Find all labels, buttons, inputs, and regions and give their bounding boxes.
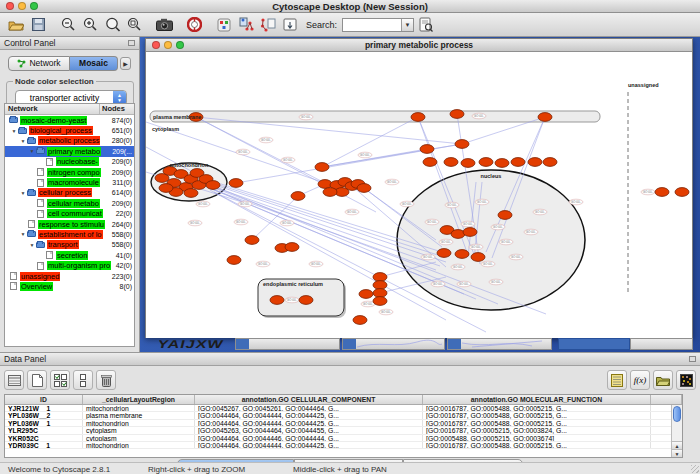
tree-row[interactable]: cell communicat22(0) bbox=[5, 209, 134, 219]
table-cell[interactable]: [GO:0044464, GO:0044444, GO:0044425, G..… bbox=[195, 442, 423, 448]
network-node[interactable] bbox=[463, 228, 477, 237]
resize-grip[interactable] bbox=[691, 465, 699, 473]
zoom-in-icon[interactable] bbox=[80, 15, 100, 35]
background-window-sliver[interactable] bbox=[558, 338, 630, 350]
expander-icon[interactable]: ▼ bbox=[20, 138, 26, 144]
table-cell[interactable]: mitochondrion bbox=[83, 405, 195, 411]
tree-row[interactable]: ▼metabolic process280(0) bbox=[5, 136, 134, 146]
scroll-up-icon[interactable]: ▲ bbox=[672, 441, 682, 449]
network-node[interactable] bbox=[357, 184, 371, 193]
table-cell[interactable]: [GO:0044464, GO:0044446, GO:0044444, G..… bbox=[195, 435, 423, 441]
tree-row[interactable]: macromolecule311(0) bbox=[5, 177, 134, 187]
scroll-down-icon[interactable]: ▼ bbox=[672, 449, 682, 457]
network-node[interactable] bbox=[495, 159, 509, 168]
tree-row-label[interactable]: mosaic-demo-yeast bbox=[20, 116, 87, 125]
table-cell[interactable]: YJR121W__1 bbox=[5, 405, 83, 411]
float-panel-icon[interactable] bbox=[128, 40, 135, 46]
zoom-fit-icon[interactable] bbox=[102, 15, 122, 35]
table-cell[interactable]: [GO:0045263, GO:0044464, GO:0044455, G..… bbox=[195, 427, 423, 433]
network-node[interactable] bbox=[373, 289, 387, 298]
function-builder-icon[interactable]: f(x) bbox=[630, 370, 650, 390]
network-node[interactable] bbox=[528, 158, 542, 167]
table-cell[interactable]: [GO:0016787, GO:0005488, GO:0005215, G..… bbox=[423, 442, 651, 448]
attribute-matrix-icon[interactable] bbox=[676, 370, 696, 390]
tree-col-nodes[interactable]: Nodes bbox=[100, 104, 134, 114]
save-session-icon[interactable] bbox=[28, 15, 48, 35]
table-cell[interactable]: cytoplasm bbox=[83, 427, 195, 433]
unselect-attributes-icon[interactable] bbox=[73, 370, 93, 390]
advanced-search-icon[interactable] bbox=[416, 15, 436, 35]
expander-icon[interactable]: ▼ bbox=[29, 148, 35, 154]
table-cell[interactable]: [GO:0016787, GO:0005488, GO:0005215, G..… bbox=[423, 405, 651, 411]
tree-row-label[interactable]: transport bbox=[47, 240, 79, 249]
tree-row[interactable]: nitrogen compo209(0) bbox=[5, 167, 134, 177]
tree-row-label[interactable]: cell communicat bbox=[47, 209, 103, 218]
tree-row-label[interactable]: unassigned bbox=[20, 272, 60, 281]
new-attribute-icon[interactable] bbox=[27, 370, 47, 390]
network-node[interactable] bbox=[455, 140, 469, 149]
network-node[interactable] bbox=[471, 253, 485, 262]
network-modify-icon[interactable] bbox=[214, 15, 234, 35]
table-cell[interactable]: mitochondrion bbox=[83, 442, 195, 448]
network-node[interactable] bbox=[479, 158, 493, 167]
tree-row[interactable]: ▼primary metabo209(... bbox=[5, 146, 134, 156]
network-node[interactable] bbox=[450, 110, 464, 119]
network-window-titlebar[interactable]: primary metabolic process bbox=[146, 39, 692, 52]
network-node[interactable] bbox=[373, 297, 387, 306]
table-row[interactable]: YLR295Ccytoplasm[GO:0045263, GO:0044464,… bbox=[5, 427, 682, 434]
zoom-region-icon[interactable] bbox=[124, 15, 144, 35]
network-node[interactable] bbox=[420, 145, 434, 154]
table-column-header[interactable]: _cellularLayoutRegion bbox=[83, 395, 195, 404]
network-node[interactable] bbox=[184, 189, 198, 198]
table-column-header[interactable]: ID bbox=[5, 395, 83, 404]
tree-row-label[interactable]: macromolecule bbox=[47, 178, 100, 187]
tree-row-label[interactable]: secretion bbox=[56, 251, 88, 260]
network-node[interactable] bbox=[423, 158, 437, 167]
zoom-out-icon[interactable] bbox=[58, 15, 78, 35]
network-node[interactable] bbox=[270, 296, 284, 305]
network-node[interactable] bbox=[285, 243, 299, 252]
network-node[interactable] bbox=[675, 188, 689, 197]
tab-network[interactable]: Network bbox=[8, 56, 70, 71]
table-cell[interactable]: [GO:0016787, GO:0005488, GO:0005215, G..… bbox=[423, 412, 651, 418]
delete-attribute-icon[interactable] bbox=[96, 370, 116, 390]
background-window-sliver[interactable] bbox=[447, 338, 552, 350]
annotate-edges-icon[interactable] bbox=[258, 15, 278, 35]
table-cell[interactable]: [GO:0045267, GO:0045261, GO:0044464, G..… bbox=[195, 405, 423, 411]
network-node[interactable] bbox=[437, 249, 451, 258]
open-session-icon[interactable] bbox=[6, 15, 26, 35]
expander-icon[interactable]: ▼ bbox=[20, 190, 26, 196]
table-cell[interactable]: YDR039C__1 bbox=[5, 442, 83, 448]
table-cell[interactable]: YPL036W__2 bbox=[5, 412, 83, 418]
tree-row-label[interactable]: metabolic process bbox=[38, 136, 100, 145]
tree-row-label[interactable]: nucleobase- bbox=[56, 157, 99, 166]
edge[interactable] bbox=[322, 117, 418, 167]
network-node[interactable] bbox=[353, 316, 367, 325]
network-node[interactable] bbox=[291, 192, 305, 201]
background-window-sliver[interactable] bbox=[630, 338, 693, 350]
report-page-icon[interactable] bbox=[280, 15, 300, 35]
attribute-table-icon[interactable] bbox=[4, 370, 24, 390]
network-node[interactable] bbox=[159, 184, 173, 193]
network-canvas[interactable]: GO:00..GO:00..GO:00..GO:00..GO:00..GO:00… bbox=[146, 52, 692, 338]
network-node[interactable] bbox=[538, 113, 552, 122]
network-node[interactable] bbox=[373, 273, 387, 282]
table-row[interactable]: YJR121W__1mitochondrion[GO:0045267, GO:0… bbox=[5, 405, 682, 412]
table-cell[interactable]: [GO:0044464, GO:0044444, GO:0044425, G..… bbox=[195, 412, 423, 418]
network-node[interactable] bbox=[655, 188, 669, 197]
tree-row[interactable]: secretion41(0) bbox=[5, 250, 134, 260]
plasma-membrane-region[interactable] bbox=[150, 111, 600, 122]
edge[interactable] bbox=[322, 149, 427, 167]
annotate-nodes-icon[interactable] bbox=[236, 15, 256, 35]
tree-row[interactable]: response to stimulu264(0) bbox=[5, 219, 134, 229]
tab-mosaic[interactable]: Mosaic bbox=[70, 56, 118, 71]
tree-row-label[interactable]: cellular process bbox=[38, 188, 92, 197]
tree-row[interactable]: mosaic-demo-yeast874(0) bbox=[5, 115, 134, 125]
table-row[interactable]: YPL036W__1mitochondrion[GO:0044464, GO:0… bbox=[5, 420, 682, 427]
table-cell[interactable]: [GO:0016787, GO:0005488, GO:0005215, G..… bbox=[423, 420, 651, 426]
network-node[interactable] bbox=[227, 256, 241, 265]
background-window-sliver[interactable] bbox=[235, 338, 340, 350]
tree-row-label[interactable]: nitrogen compo bbox=[47, 168, 101, 177]
help-lifebuoy-icon[interactable] bbox=[184, 15, 204, 35]
network-node[interactable] bbox=[245, 236, 259, 245]
